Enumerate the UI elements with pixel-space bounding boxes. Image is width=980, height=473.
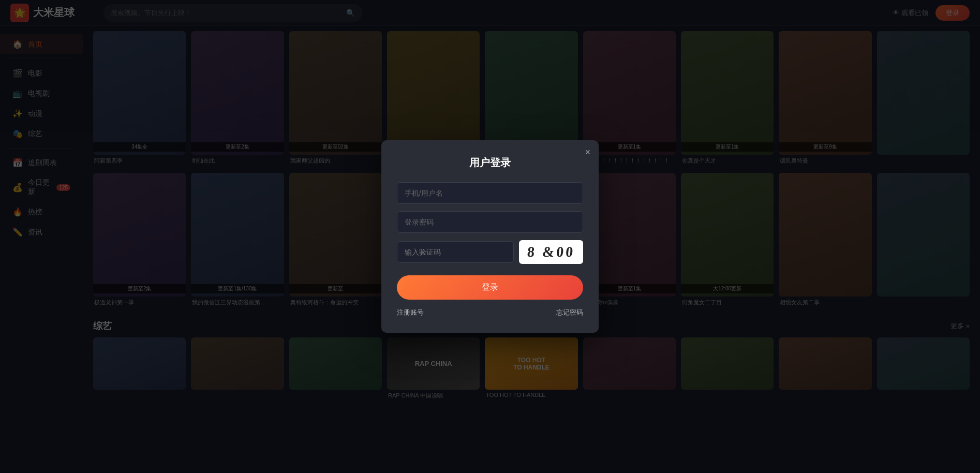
forgot-password-link[interactable]: 忘记密码 <box>556 308 583 317</box>
password-input[interactable] <box>397 211 583 233</box>
modal-overlay[interactable]: × 用户登录 8 &00 登录 注册账号 忘记密码 <box>0 0 980 473</box>
password-field-group <box>397 211 583 233</box>
phone-input[interactable] <box>397 182 583 204</box>
phone-field-group <box>397 182 583 204</box>
captcha-row: 8 &00 <box>397 240 583 264</box>
register-link[interactable]: 注册账号 <box>397 308 424 317</box>
modal-close-button[interactable]: × <box>585 147 590 157</box>
modal-footer: 注册账号 忘记密码 <box>397 308 583 317</box>
modal-title: 用户登录 <box>397 156 583 170</box>
captcha-input[interactable] <box>397 241 514 263</box>
captcha-field-group: 8 &00 <box>397 240 583 264</box>
login-submit-button[interactable]: 登录 <box>397 275 583 300</box>
login-modal: × 用户登录 8 &00 登录 注册账号 忘记密码 <box>381 140 599 333</box>
captcha-image[interactable]: 8 &00 <box>519 240 583 264</box>
captcha-text: 8 &00 <box>526 244 575 260</box>
